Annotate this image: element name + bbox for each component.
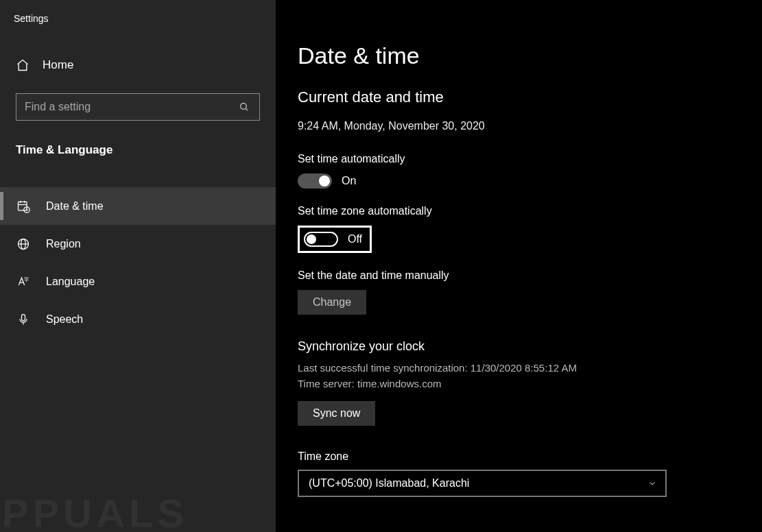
set-manual-label: Set the date and time manually <box>298 269 762 282</box>
sidebar-nav-list: Date & time Region 字 Language Speech <box>0 187 276 338</box>
chevron-down-icon <box>647 479 657 488</box>
current-datetime-value: 9:24 AM, Monday, November 30, 2020 <box>298 120 762 132</box>
sidebar-item-language[interactable]: 字 Language <box>0 263 276 300</box>
set-time-auto-state: On <box>342 175 356 187</box>
home-icon <box>15 58 30 73</box>
svg-line-1 <box>246 108 248 110</box>
globe-icon <box>16 237 31 252</box>
page-title: Date & time <box>298 43 762 69</box>
set-tz-auto-toggle[interactable] <box>304 232 338 247</box>
set-time-auto-label: Set time automatically <box>298 153 762 165</box>
svg-rect-2 <box>19 202 27 210</box>
change-button[interactable]: Change <box>298 290 366 315</box>
sync-now-button[interactable]: Sync now <box>298 401 375 426</box>
nav-label: Speech <box>46 313 83 326</box>
sidebar-item-date-time[interactable]: Date & time <box>0 187 276 225</box>
set-tz-auto-state: Off <box>348 233 362 245</box>
timezone-label: Time zone <box>298 450 762 463</box>
nav-label: Date & time <box>46 200 104 213</box>
current-datetime-heading: Current date and time <box>298 88 762 106</box>
settings-sidebar: Settings Home Time & Language Date & tim… <box>0 0 276 532</box>
sidebar-item-speech[interactable]: Speech <box>0 300 276 338</box>
nav-label: Region <box>46 238 81 250</box>
nav-label: Language <box>46 276 95 288</box>
microphone-icon <box>16 312 31 327</box>
home-label: Home <box>43 58 73 72</box>
main-content: Date & time Current date and time 9:24 A… <box>276 0 762 532</box>
search-input-container[interactable] <box>16 93 260 121</box>
language-a-icon: 字 <box>16 274 31 289</box>
settings-category: Time & Language <box>16 143 276 157</box>
highlighted-control: Off <box>298 226 372 253</box>
sidebar-item-region[interactable]: Region <box>0 225 276 263</box>
sync-server-line: Time server: time.windows.com <box>298 376 762 392</box>
search-input[interactable] <box>25 101 239 113</box>
sync-heading: Synchronize your clock <box>298 339 762 354</box>
svg-point-0 <box>241 104 247 110</box>
search-icon <box>239 101 251 112</box>
svg-rect-12 <box>22 314 25 320</box>
set-tz-auto-label: Set time zone automatically <box>298 205 762 217</box>
timezone-dropdown[interactable]: (UTC+05:00) Islamabad, Karachi <box>298 470 667 497</box>
window-title: Settings <box>0 0 276 24</box>
home-nav[interactable]: Home <box>0 52 276 78</box>
calendar-clock-icon <box>16 199 31 214</box>
sync-last-line: Last successful time synchronization: 11… <box>298 361 762 376</box>
set-time-auto-toggle[interactable] <box>298 173 332 189</box>
timezone-value: (UTC+05:00) Islamabad, Karachi <box>309 477 469 489</box>
svg-text:字: 字 <box>24 277 29 282</box>
